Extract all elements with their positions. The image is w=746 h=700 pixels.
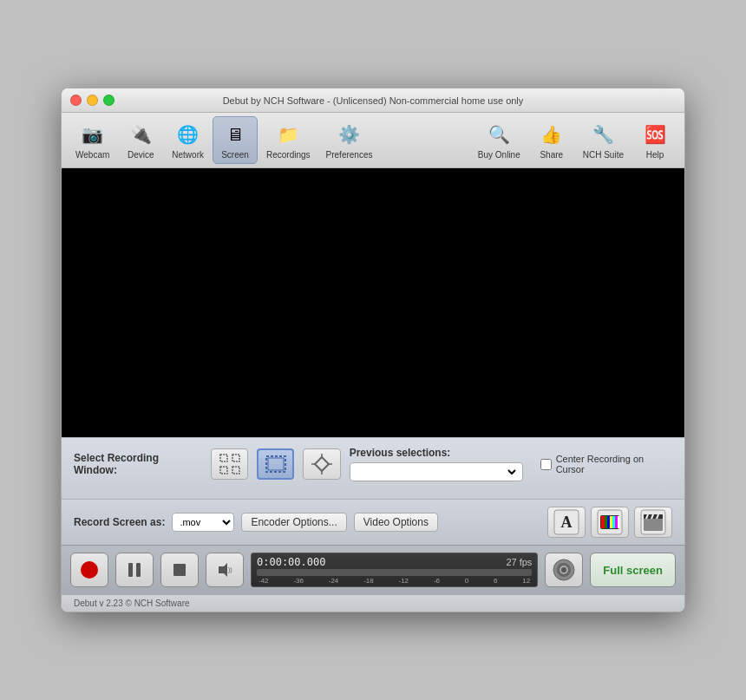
titlebar: Debut by NCH Software - (Unlicensed) Non… xyxy=(62,88,684,113)
format-select[interactable]: .mov .mp4 .avi .wmv .flv xyxy=(172,513,234,532)
action-icons: A xyxy=(547,507,672,538)
share-label: Share xyxy=(540,150,563,160)
select-row: Select Recording Window: xyxy=(74,447,672,481)
clapboard-icon xyxy=(639,508,667,536)
svg-rect-20 xyxy=(615,516,618,528)
webcam-icon: 📷 xyxy=(79,121,107,148)
marker-3: -24 xyxy=(329,577,339,585)
pause-icon xyxy=(125,560,144,579)
svg-rect-21 xyxy=(618,516,619,528)
toolbar-share[interactable]: 👍 Share xyxy=(529,117,574,163)
region-select-button[interactable] xyxy=(211,448,248,480)
toolbar-buy[interactable]: 🔍 Buy Online xyxy=(471,117,527,163)
toolbar: 📷 Webcam 🔌 Device 🌐 Network 🖥 Screen 📁 R… xyxy=(62,113,684,168)
recordings-icon: 📁 xyxy=(274,121,302,148)
svg-rect-30 xyxy=(136,563,141,577)
toolbar-screen[interactable]: 🖥 Screen xyxy=(213,116,258,164)
fullscreen-icon xyxy=(310,452,334,476)
region-icon xyxy=(218,452,242,476)
buy-label: Buy Online xyxy=(478,150,520,160)
svg-rect-1 xyxy=(232,455,239,461)
statusbar: Debut v 2.23 © NCH Software xyxy=(62,594,684,612)
audio-icon: )) xyxy=(215,560,234,579)
help-icon: 🆘 xyxy=(641,121,669,148)
minimize-button[interactable] xyxy=(87,95,98,106)
status-text: Debut v 2.23 © NCH Software xyxy=(74,599,190,608)
toolbar-right: 🔍 Buy Online 👍 Share 🔧 NCH Suite 🆘 Help xyxy=(471,117,677,163)
buy-icon: 🔍 xyxy=(485,121,513,148)
toolbar-preferences[interactable]: ⚙️ Preferences xyxy=(319,117,380,163)
record-button[interactable] xyxy=(70,553,108,587)
prev-selections-label: Previous selections: xyxy=(350,447,523,459)
marker-6: -6 xyxy=(434,577,440,585)
screenshot-button[interactable] xyxy=(545,553,583,587)
select-recording-panel: Select Recording Window: xyxy=(62,437,684,499)
recordings-label: Recordings xyxy=(266,150,311,160)
stop-button[interactable] xyxy=(160,553,199,587)
timeline-track[interactable] xyxy=(257,569,532,576)
svg-rect-15 xyxy=(601,516,605,528)
video-options-button[interactable]: Video Options xyxy=(354,513,438,532)
window-select-button[interactable] xyxy=(257,448,294,480)
timeline-markers: -42 -36 -24 -18 -12 -6 0 6 12 xyxy=(257,577,532,585)
toolbar-help[interactable]: 🆘 Help xyxy=(632,117,677,163)
preferences-icon: ⚙️ xyxy=(336,121,363,148)
svg-rect-18 xyxy=(610,516,612,528)
center-cursor-option: Center Recording on Cursor xyxy=(540,454,672,474)
clapboard-button[interactable] xyxy=(634,507,672,538)
svg-text:)): )) xyxy=(228,566,232,573)
prev-selections-dropdown[interactable] xyxy=(350,462,523,481)
window-controls xyxy=(70,95,115,106)
previous-selections: Previous selections: xyxy=(350,447,523,481)
window-icon xyxy=(264,452,288,476)
text-overlay-button[interactable]: A xyxy=(547,507,586,538)
toolbar-device[interactable]: 🔌 Device xyxy=(118,117,163,163)
svg-rect-29 xyxy=(128,563,133,577)
svg-marker-32 xyxy=(219,563,227,577)
webcam-label: Webcam xyxy=(75,150,109,160)
suite-label: NCH Suite xyxy=(583,150,624,160)
record-as-label: Record Screen as: xyxy=(74,516,165,528)
screenshot-icon xyxy=(552,558,576,582)
svg-rect-16 xyxy=(605,516,607,528)
color-button[interactable] xyxy=(591,507,629,538)
marker-5: -12 xyxy=(399,577,409,585)
fullscreen-button[interactable]: Full screen xyxy=(590,553,676,587)
window-title: Debut by NCH Software - (Unlicensed) Non… xyxy=(223,95,524,106)
svg-text:A: A xyxy=(561,514,573,531)
svg-rect-2 xyxy=(220,467,227,474)
toolbar-suite[interactable]: 🔧 NCH Suite xyxy=(576,117,631,163)
help-label: Help xyxy=(646,150,664,160)
share-icon: 👍 xyxy=(538,121,566,148)
pause-button[interactable] xyxy=(115,553,154,587)
marker-1: -42 xyxy=(258,577,269,585)
format-dropdown[interactable]: .mov .mp4 .avi .wmv .flv xyxy=(173,516,233,528)
select-recording-label: Select Recording Window: xyxy=(74,452,202,476)
marker-7: 0 xyxy=(465,577,468,585)
device-label: Device xyxy=(128,150,154,160)
screen-label: Screen xyxy=(221,150,249,160)
toolbar-recordings[interactable]: 📁 Recordings xyxy=(259,117,317,163)
audio-button[interactable]: )) xyxy=(206,553,244,587)
center-cursor-label: Center Recording on Cursor xyxy=(556,454,672,474)
prev-selections-select[interactable] xyxy=(354,466,519,478)
timeline-area: 0:00:00.000 27 fps -42 -36 -24 -18 -12 -… xyxy=(251,553,538,587)
network-label: Network xyxy=(172,150,204,160)
transport-bar: )) 0:00:00.000 27 fps -42 -36 -24 -18 -1… xyxy=(62,545,684,594)
fullscreen-select-button[interactable] xyxy=(303,448,340,480)
preview-area xyxy=(62,168,684,437)
marker-9: 12 xyxy=(522,577,530,585)
screen-icon: 🖥 xyxy=(221,121,249,148)
close-button[interactable] xyxy=(70,95,82,106)
encoder-options-button[interactable]: Encoder Options... xyxy=(241,513,346,532)
time-display: 0:00:00.000 xyxy=(257,556,325,568)
toolbar-webcam[interactable]: 📷 Webcam xyxy=(69,117,116,163)
main-window: Debut by NCH Software - (Unlicensed) Non… xyxy=(61,88,685,612)
record-icon xyxy=(79,559,100,580)
center-cursor-checkbox[interactable] xyxy=(540,459,552,470)
svg-rect-23 xyxy=(644,517,663,531)
svg-point-28 xyxy=(81,561,98,579)
network-icon: 🌐 xyxy=(174,121,202,148)
toolbar-network[interactable]: 🌐 Network xyxy=(165,117,211,163)
maximize-button[interactable] xyxy=(103,95,115,106)
